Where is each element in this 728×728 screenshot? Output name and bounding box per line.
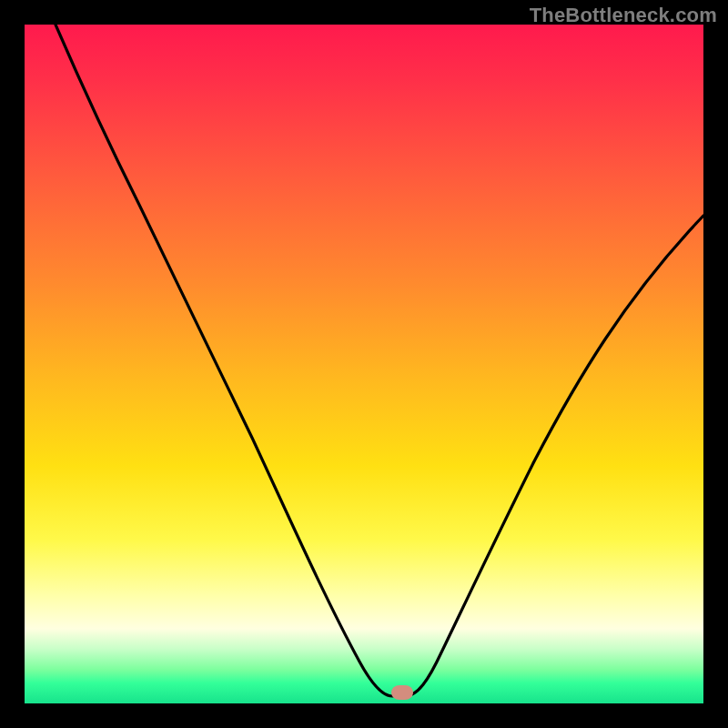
chart-background-gradient — [25, 25, 703, 703]
chart-frame: TheBottleneck.com — [0, 0, 728, 728]
watermark-text: TheBottleneck.com — [530, 4, 717, 27]
